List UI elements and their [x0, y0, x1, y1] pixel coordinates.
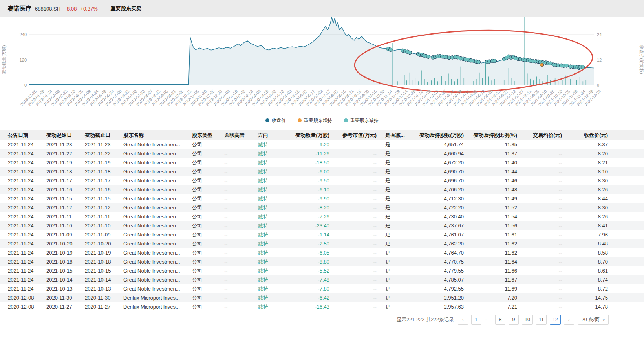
table-cell-filler: [609, 158, 644, 167]
table-cell: 公司: [184, 266, 216, 275]
chart-legend: 收盘价重要股东增持重要股东减持: [0, 115, 644, 125]
pagination-page-10[interactable]: 10: [522, 315, 533, 325]
stock-price: 8.08: [67, 6, 77, 12]
table-cell: 减持: [250, 302, 284, 311]
table-cell: 4,785.07: [413, 275, 465, 284]
table-cell: --: [216, 203, 250, 212]
pagination-ellipsis[interactable]: ···: [485, 317, 492, 322]
table-cell: --: [216, 248, 250, 257]
table-cell: --: [330, 185, 377, 194]
table-cell: Great Noble Investmen...: [115, 248, 184, 257]
page-size-select[interactable]: 20 条/页 ∨: [578, 315, 609, 325]
table-cell: -9.90: [284, 194, 330, 203]
table-row[interactable]: 2020-12-082020-11-302020-11-30Denlux Mic…: [0, 293, 644, 302]
table-row[interactable]: 2020-12-082020-11-272020-11-27Denlux Mic…: [0, 302, 644, 311]
table-cell: 2021-11-23: [77, 140, 115, 149]
table-cell: Great Noble Investmen...: [115, 212, 184, 221]
table-cell: 14.78: [563, 302, 609, 311]
table-cell: 2021-11-11: [38, 212, 77, 221]
table-cell: --: [518, 266, 563, 275]
pagination-page-8[interactable]: 8: [495, 315, 505, 325]
table-cell: 2020-12-08: [0, 302, 38, 311]
table-cell: 是: [377, 158, 413, 167]
table-cell: 减持: [250, 176, 284, 185]
table-cell: 4,730.40: [413, 212, 465, 221]
table-cell: 减持: [250, 221, 284, 230]
pagination-page-11[interactable]: 11: [536, 315, 547, 325]
table-cell-filler: [609, 266, 644, 275]
table-cell: --: [216, 293, 250, 302]
table-cell: --: [330, 230, 377, 239]
table-cell: 减持: [250, 284, 284, 293]
table-cell: -9.20: [284, 140, 330, 149]
tab-important-shareholder-trading[interactable]: 重要股东买卖: [111, 5, 141, 12]
pagination-page-1[interactable]: 1: [471, 315, 481, 325]
table-cell: 2021-10-13: [77, 284, 115, 293]
table-cell: 11.35: [465, 140, 518, 149]
column-header-0: 公告日期: [0, 130, 38, 140]
table-row[interactable]: 2021-11-242021-11-172021-11-17Great Nobl…: [0, 176, 644, 185]
pagination-page-12[interactable]: 12: [550, 315, 561, 325]
table-cell: Great Noble Investmen...: [115, 221, 184, 230]
table-cell: --: [518, 239, 563, 248]
table-cell: 4,672.20: [413, 158, 465, 167]
column-header-10: 变动后持股数(万股): [413, 130, 465, 140]
legend-item-2[interactable]: 重要股东减持: [344, 117, 379, 124]
pagination-page-9[interactable]: 9: [509, 315, 519, 325]
table-cell: 8.26: [563, 212, 609, 221]
table-cell: 公司: [184, 140, 216, 149]
table-cell: 2021-11-22: [77, 149, 115, 158]
table-row[interactable]: 2021-11-242021-10-192021-10-19Great Nobl…: [0, 248, 644, 257]
table-row[interactable]: 2021-11-242021-10-132021-10-13Great Nobl…: [0, 284, 644, 293]
table-cell: 8.48: [563, 239, 609, 248]
table-row[interactable]: 2021-11-242021-10-202021-10-20Great Nobl…: [0, 239, 644, 248]
table-cell: 减持: [250, 293, 284, 302]
table-cell: --: [330, 167, 377, 176]
table-row[interactable]: 2021-11-242021-11-152021-11-15Great Nobl…: [0, 194, 644, 203]
table-cell-filler: [609, 275, 644, 284]
legend-item-1[interactable]: 重要股东增持: [298, 117, 332, 124]
table-row[interactable]: 2021-11-242021-11-122021-11-12Great Nobl…: [0, 203, 644, 212]
table-cell: 2021-11-24: [0, 248, 38, 257]
x-axis-labels: 2018-12-252019-01-092019-01-242019-02-08…: [19, 89, 602, 107]
table-cell-filler: [609, 221, 644, 230]
pagination-info: 显示221-222 共222条记录: [397, 316, 454, 323]
table-cell: 是: [377, 221, 413, 230]
table-cell: --: [330, 203, 377, 212]
legend-label: 重要股东减持: [350, 117, 379, 124]
price-area: [29, 17, 594, 85]
table-cell: -7.80: [284, 284, 330, 293]
table-row[interactable]: 2021-11-242021-10-152021-10-15Great Nobl…: [0, 266, 644, 275]
chart-canvas[interactable]: 0120240变动数量(万股)01224收盘价(前复权)2018-12-2520…: [0, 17, 644, 115]
table-cell: 是: [377, 248, 413, 257]
table-row[interactable]: 2021-11-242021-11-112021-11-11Great Nobl…: [0, 212, 644, 221]
table-row[interactable]: 2021-11-242021-11-192021-11-19Great Nobl…: [0, 158, 644, 167]
table-cell: 8.70: [563, 257, 609, 266]
table-cell: 是: [377, 140, 413, 149]
table-row[interactable]: 2021-11-242021-11-182021-11-18Great Nobl…: [0, 167, 644, 176]
table-cell: 公司: [184, 239, 216, 248]
table-cell: 是: [377, 203, 413, 212]
table-row[interactable]: 2021-11-242021-10-182021-10-18Great Nobl…: [0, 257, 644, 266]
table-row[interactable]: 2021-11-242021-11-222021-11-22Great Nobl…: [0, 149, 644, 158]
table-cell: Great Noble Investmen...: [115, 158, 184, 167]
column-header-11: 变动后持股比例(%): [465, 130, 518, 140]
table-row[interactable]: 2021-11-242021-10-142021-10-14Great Nobl…: [0, 275, 644, 284]
table-row[interactable]: 2021-11-242021-11-162021-11-16Great Nobl…: [0, 185, 644, 194]
table-cell: 公司: [184, 257, 216, 266]
table-cell: 公司: [184, 302, 216, 311]
table-cell: -11.26: [284, 149, 330, 158]
table-cell: 7.20: [465, 293, 518, 302]
table-row[interactable]: 2021-11-242021-11-102021-11-10Great Nobl…: [0, 221, 644, 230]
table-cell: --: [216, 221, 250, 230]
table-cell: --: [216, 302, 250, 311]
table-cell: --: [518, 230, 563, 239]
table-row[interactable]: 2021-11-242021-11-092021-11-09Great Nobl…: [0, 230, 644, 239]
table-cell: 2021-11-24: [0, 158, 38, 167]
table-cell: 11.67: [465, 275, 518, 284]
table-row[interactable]: 2021-11-242021-11-232021-11-23Great Nobl…: [0, 140, 644, 149]
legend-dot-icon: [344, 118, 348, 122]
legend-item-0[interactable]: 收盘价: [265, 117, 286, 124]
table-cell: --: [330, 158, 377, 167]
table-cell: 减持: [250, 149, 284, 158]
